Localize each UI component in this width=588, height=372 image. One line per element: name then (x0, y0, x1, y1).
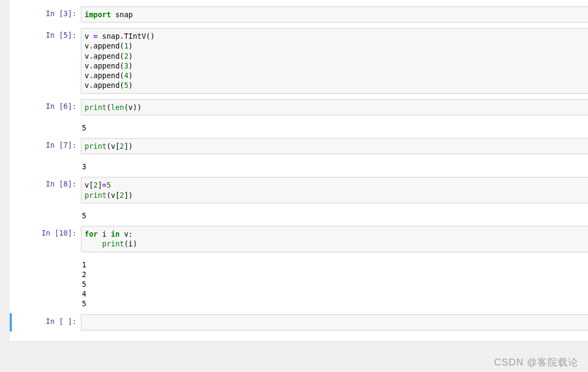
output-prompt (10, 257, 79, 260)
output-row: 5 (10, 208, 588, 222)
code-cell[interactable]: In [7]:print(v[2]) (10, 137, 588, 155)
output-row: 1 2 5 4 5 (10, 257, 588, 310)
code-output: 5 (79, 120, 588, 134)
code-cell[interactable]: In [3]:import snap (10, 5, 588, 24)
cell-inner: print(len(v)) (81, 99, 588, 115)
code-input[interactable]: print(len(v)) (81, 99, 588, 115)
input-prompt: In [6]: (12, 99, 81, 112)
output-prompt (10, 159, 79, 162)
code-input[interactable]: print(v[2]) (81, 138, 588, 154)
input-prompt: In [ ]: (12, 314, 81, 327)
output-prompt (10, 120, 79, 123)
notebook-container: In [3]:import snapIn [5]:v = snap.TIntV(… (10, 0, 588, 341)
input-prompt: In [10]: (12, 226, 81, 238)
cell-inner: v[2]=5 print(v[2]) (81, 177, 588, 203)
cell-inner: print(v[2]) (81, 138, 588, 154)
code-input[interactable]: import snap (81, 6, 588, 23)
code-input[interactable] (81, 314, 588, 330)
output-row: 5 (10, 120, 588, 134)
input-prompt: In [7]: (12, 138, 81, 150)
input-prompt: In [8]: (12, 177, 81, 189)
cell-inner: for i in v: print(i) (81, 226, 588, 252)
code-cell[interactable]: In [10]:for i in v: print(i) (10, 225, 588, 253)
code-input[interactable]: v[2]=5 print(v[2]) (81, 177, 588, 203)
cell-inner: v = snap.TIntV() v.append(1) v.append(2)… (81, 28, 588, 93)
code-cell[interactable]: In [5]:v = snap.TIntV() v.append(1) v.ap… (10, 27, 588, 94)
output-prompt (10, 208, 79, 211)
code-cell[interactable]: In [ ]: (10, 313, 588, 332)
code-cell[interactable]: In [8]:v[2]=5 print(v[2]) (10, 176, 588, 204)
code-cell[interactable]: In [6]:print(len(v)) (10, 98, 588, 116)
cell-inner (81, 314, 588, 330)
watermark-text: CSDN @客院载论 (494, 356, 578, 357)
output-row: 3 (10, 159, 588, 173)
cell-inner: import snap (81, 6, 588, 23)
code-output: 5 (79, 208, 588, 222)
code-input[interactable]: for i in v: print(i) (81, 226, 588, 252)
code-output: 1 2 5 4 5 (79, 257, 588, 310)
code-output: 3 (79, 159, 588, 173)
input-prompt: In [3]: (12, 6, 81, 19)
code-input[interactable]: v = snap.TIntV() v.append(1) v.append(2)… (81, 28, 588, 93)
input-prompt: In [5]: (12, 28, 81, 40)
